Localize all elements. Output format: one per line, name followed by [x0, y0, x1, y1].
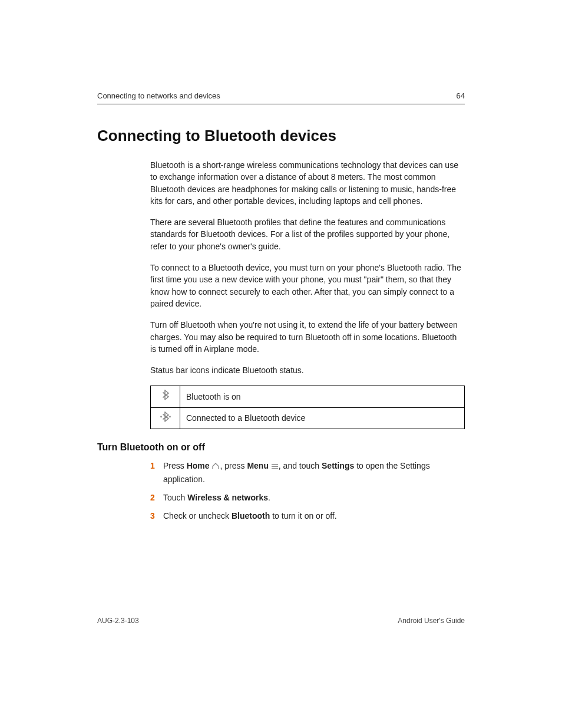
section-subhead: Turn Bluetooth on or off: [97, 442, 465, 453]
page-footer: AUG-2.3-103 Android User's Guide: [97, 617, 465, 625]
svg-point-0: [160, 416, 162, 417]
step-number: 3: [150, 510, 155, 522]
step-bold: Settings: [322, 461, 354, 470]
table-row: Bluetooth is on: [151, 386, 465, 407]
step-text: Touch: [163, 493, 187, 502]
step-bold: Menu: [247, 461, 269, 470]
footer-doc-title: Android User's Guide: [398, 617, 465, 625]
step-bold: Home: [187, 461, 210, 470]
document-page: Connecting to networks and devices 64 Co…: [0, 0, 562, 728]
step-text: Press: [163, 461, 187, 470]
paragraph: Status bar icons indicate Bluetooth stat…: [150, 364, 465, 376]
step-bold: Wireless & networks: [187, 493, 268, 502]
paragraph: There are several Bluetooth profiles tha…: [150, 216, 465, 252]
steps-list: 1 Press Home , press Menu , and touch Se…: [150, 460, 465, 522]
paragraph: Turn off Bluetooth when you're not using…: [150, 319, 465, 355]
list-item: 1 Press Home , press Menu , and touch Se…: [150, 460, 465, 486]
page-title: Connecting to Bluetooth devices: [97, 127, 465, 145]
home-icon: [211, 462, 220, 473]
paragraph: Bluetooth is a short-range wireless comm…: [150, 159, 465, 207]
table-cell: Bluetooth is on: [180, 386, 465, 407]
header-page-number: 64: [457, 91, 465, 100]
footer-doc-id: AUG-2.3-103: [97, 617, 139, 625]
table-row: Connected to a Bluetooth device: [151, 407, 465, 429]
step-number: 1: [150, 460, 155, 472]
status-icon-table: Bluetooth is on Connected to a Bluetooth…: [150, 386, 465, 429]
body-column: Bluetooth is a short-range wireless comm…: [150, 159, 465, 429]
list-item: 2 Touch Wireless & networks.: [150, 492, 465, 504]
bluetooth-on-icon: [151, 386, 180, 407]
table-cell: Connected to a Bluetooth device: [180, 407, 465, 429]
menu-icon: [271, 462, 279, 473]
step-number: 2: [150, 492, 155, 504]
step-text: Check or uncheck: [163, 511, 232, 521]
header-section: Connecting to networks and devices: [97, 91, 220, 100]
running-header: Connecting to networks and devices 64: [97, 91, 465, 104]
bluetooth-connected-icon: [151, 407, 180, 429]
step-bold: Bluetooth: [232, 511, 270, 521]
svg-point-1: [169, 416, 171, 417]
paragraph: To connect to a Bluetooth device, you mu…: [150, 262, 465, 309]
list-item: 3 Check or uncheck Bluetooth to turn it …: [150, 510, 465, 522]
